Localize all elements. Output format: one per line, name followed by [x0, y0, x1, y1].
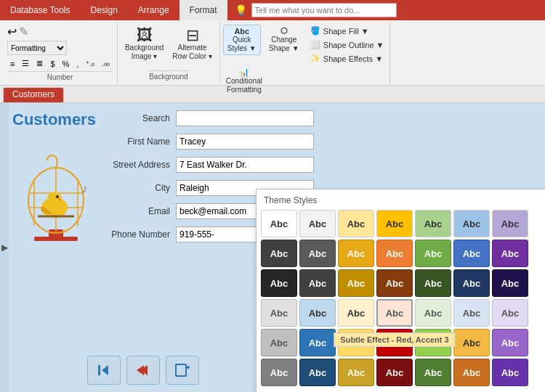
street-address-input[interactable]: [176, 157, 314, 173]
first-name-label: First Name: [110, 136, 176, 147]
style-cell[interactable]: Abc: [492, 240, 528, 267]
svg-marker-16: [137, 365, 144, 375]
tab-database-tools[interactable]: Database Tools: [0, 0, 81, 20]
nav-prev-icon: [134, 362, 152, 379]
illustration-area: Customers ♪: [9, 103, 110, 392]
style-cell[interactable]: Abc: [453, 359, 490, 386]
search-label: Search: [110, 113, 176, 123]
style-cell[interactable]: Abc: [338, 329, 374, 356]
tab-design[interactable]: Design: [81, 0, 128, 20]
style-cell[interactable]: Abc: [492, 269, 528, 297]
style-cell[interactable]: Abc: [299, 210, 336, 237]
style-cell[interactable]: Abc: [261, 210, 297, 237]
search-input[interactable]: [251, 3, 397, 17]
style-cell[interactable]: Abc: [376, 329, 413, 356]
style-cell[interactable]: Abc: [338, 359, 374, 386]
style-cell[interactable]: Abc: [453, 210, 490, 237]
shape-options: 🪣 Shape Fill ▼ ⬜ Shape Outline ▼ ✨ Shape…: [307, 25, 387, 65]
shape-outline-button[interactable]: ⬜ Shape Outline ▼: [307, 38, 387, 51]
background-section: 🖼 BackgroundImage ▾ ⊟ AlternateRow Color…: [118, 22, 220, 83]
bird-illustration: ♪: [12, 135, 100, 244]
style-cell[interactable]: Abc: [453, 299, 490, 327]
style-cell[interactable]: Abc: [415, 210, 451, 237]
style-cell[interactable]: AbcSubtle Effect - Red, Accent 3: [376, 299, 413, 327]
style-cell[interactable]: Abc: [415, 359, 451, 386]
svg-rect-13: [98, 365, 100, 375]
style-cell[interactable]: Abc: [376, 210, 413, 237]
nav-new-button[interactable]: [166, 356, 199, 385]
style-cell[interactable]: Abc: [492, 329, 528, 356]
style-cell[interactable]: Abc: [492, 299, 528, 327]
background-image-button[interactable]: 🖼 BackgroundImage ▾: [122, 26, 166, 62]
nav-first-button[interactable]: [87, 356, 121, 385]
style-cell[interactable]: Abc: [415, 269, 451, 297]
style-cell[interactable]: Abc: [492, 359, 528, 386]
first-name-input[interactable]: [176, 134, 314, 150]
alternate-row-color-button[interactable]: ⊟ AlternateRow Color ▾: [169, 26, 214, 62]
city-label: City: [110, 183, 176, 193]
nav-prev-button[interactable]: [126, 356, 160, 385]
shape-outline-icon: ⬜: [310, 40, 320, 49]
align-left-button[interactable]: ≡: [7, 58, 17, 70]
style-cell[interactable]: Abc: [376, 240, 413, 267]
style-cell[interactable]: Abc: [338, 240, 374, 267]
style-cell[interactable]: Abc: [338, 269, 374, 297]
style-cell[interactable]: Abc: [261, 359, 297, 386]
svg-marker-14: [102, 365, 108, 375]
phone-label: Phone Number: [110, 229, 176, 240]
number-label: Number: [7, 71, 113, 83]
style-cell[interactable]: Abc: [299, 299, 336, 327]
style-cell[interactable]: Abc: [376, 359, 413, 386]
align-right-button[interactable]: ≣: [33, 57, 46, 70]
style-cell[interactable]: Abc: [453, 329, 490, 356]
style-cell[interactable]: Abc: [415, 240, 451, 267]
style-dropdown-panel: Theme Styles AbcAbcAbcAbcAbcAbcAbcAbcAbc…: [256, 189, 545, 392]
shape-effects-button[interactable]: ✨ Shape Effects ▼: [307, 52, 387, 65]
collapse-arrow[interactable]: ▶: [0, 103, 9, 392]
quick-styles-section: Abc QuickStyles ▼ ⬡ ChangeShape ▼ 🪣 Shap…: [220, 22, 391, 83]
svg-text:♪: ♪: [81, 181, 88, 196]
email-label: Email: [110, 206, 176, 216]
style-cell[interactable]: Abc: [453, 240, 490, 267]
form-title-illustration: Customers: [12, 110, 107, 129]
number-section: ↩ ✎ Formatting ≡ ☰ ≣ $ % , ⁺.₀ .₀₀ Numbe…: [3, 22, 118, 83]
style-cell[interactable]: Abc: [299, 269, 336, 297]
search-input-field[interactable]: [176, 110, 314, 126]
increase-decimal-button[interactable]: .₀₀: [99, 58, 113, 69]
style-cell[interactable]: Abc: [492, 210, 528, 237]
tab-format[interactable]: Format: [179, 0, 227, 20]
align-center-button[interactable]: ☰: [19, 57, 32, 70]
conditional-formatting-button[interactable]: 📊 ConditionalFormatting: [223, 66, 265, 96]
style-cell[interactable]: Abc: [376, 269, 413, 297]
ribbon-tabs: Database Tools Design Arrange Format 💡: [0, 0, 545, 20]
redo-button[interactable]: ✎: [19, 25, 28, 38]
customers-tab[interactable]: Customers: [3, 87, 64, 102]
style-cell[interactable]: Abc: [299, 240, 336, 267]
style-cell[interactable]: Abc: [299, 329, 336, 356]
quick-styles-button[interactable]: Abc QuickStyles ▼: [223, 25, 261, 55]
decrease-decimal-button[interactable]: ⁺.₀: [83, 58, 97, 69]
svg-rect-1: [34, 237, 78, 241]
style-cell[interactable]: Abc: [261, 240, 297, 267]
style-cell[interactable]: Abc: [415, 329, 451, 356]
nav-new-icon: [174, 362, 191, 379]
style-cell[interactable]: Abc: [261, 329, 297, 356]
style-cell[interactable]: Abc: [261, 299, 297, 327]
shape-fill-button[interactable]: 🪣 Shape Fill ▼: [307, 25, 387, 37]
formatting-dropdown[interactable]: Formatting: [7, 41, 67, 55]
undo-button[interactable]: ↩: [7, 25, 17, 38]
style-grid: AbcAbcAbcAbcAbcAbcAbcAbcAbcAbcAbcAbcAbcA…: [261, 210, 541, 386]
style-cell[interactable]: Abc: [299, 359, 336, 386]
style-cell[interactable]: Abc: [338, 299, 374, 327]
comma-button[interactable]: ,: [73, 58, 81, 70]
percent-button[interactable]: %: [60, 58, 73, 70]
style-cell[interactable]: Abc: [453, 269, 490, 297]
tab-arrange[interactable]: Arrange: [128, 0, 179, 20]
nav-first-icon: [95, 362, 113, 379]
ribbon-bar: ↩ ✎ Formatting ≡ ☰ ≣ $ % , ⁺.₀ .₀₀ Numbe…: [0, 20, 545, 86]
change-shape-button[interactable]: ⬡ ChangeShape ▼: [265, 25, 303, 54]
currency-button[interactable]: $: [47, 58, 57, 70]
style-cell[interactable]: Abc: [338, 210, 374, 237]
style-cell[interactable]: Abc: [415, 299, 451, 327]
style-cell[interactable]: Abc: [261, 269, 297, 297]
